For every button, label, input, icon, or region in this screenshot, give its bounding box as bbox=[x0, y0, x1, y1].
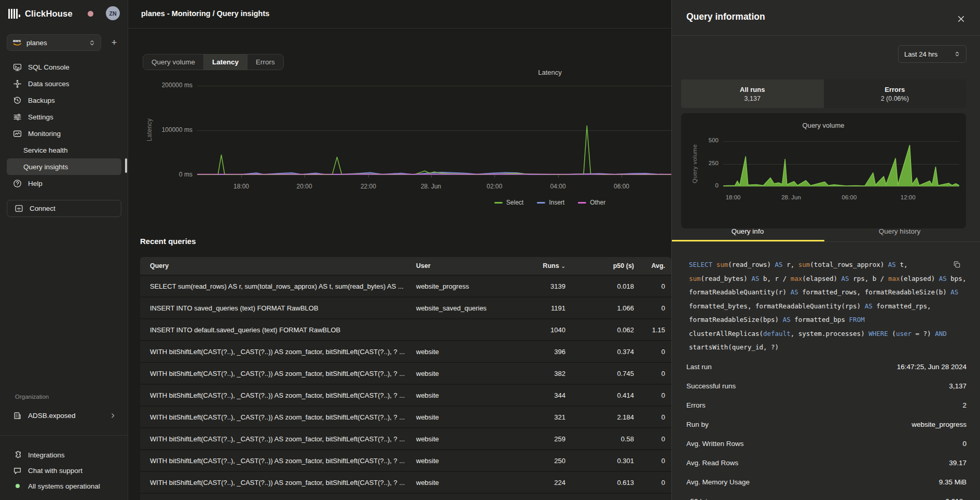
query-stats-list: Last run16:47:25, Jun 28 2024Successful … bbox=[686, 357, 967, 500]
query-cell: WITH bitShiftLeft(CAST(?..), _CAST(?..))… bbox=[140, 479, 416, 487]
sidebar-item-help[interactable]: Help bbox=[7, 175, 121, 192]
x-axis-tick-label: 22:00 bbox=[361, 183, 376, 190]
footer-item-chat-with-support[interactable]: Chat with support bbox=[7, 463, 121, 478]
column-header-p50-s[interactable]: p50 (s) bbox=[565, 262, 634, 269]
table-row[interactable]: WITH bitShiftLeft(CAST(?..), _CAST(?..))… bbox=[140, 406, 671, 427]
sql-token: startsWith(query_id, ?) bbox=[689, 343, 779, 351]
query-volume-plot-area[interactable] bbox=[723, 141, 959, 186]
monitoring-icon bbox=[13, 129, 22, 138]
sql-token: r, bbox=[783, 261, 798, 268]
sidebar-nav: SQL ConsoleData sourcesBackupsSettingsMo… bbox=[7, 59, 121, 192]
stat-value: 0 bbox=[962, 440, 967, 448]
table-row[interactable]: WITH bitShiftLeft(CAST(?..), _CAST(?..))… bbox=[140, 449, 671, 471]
sidebar-scrollbar[interactable] bbox=[125, 158, 127, 173]
sidebar-item-service-health[interactable]: Service health bbox=[7, 142, 121, 158]
summary-tab-all-runs[interactable]: All runs3,137 bbox=[681, 79, 824, 108]
sql-token: max bbox=[791, 275, 803, 282]
x-axis-tick-mark bbox=[305, 175, 305, 178]
stat-row-last-run: Last run16:47:25, Jun 28 2024 bbox=[686, 357, 967, 376]
sidebar-item-label: Settings bbox=[28, 113, 53, 121]
active-tab-underline bbox=[672, 240, 824, 241]
column-header-user[interactable]: User bbox=[416, 262, 520, 269]
y-axis-tick-label: 500 bbox=[698, 137, 719, 143]
x-axis-tick-mark bbox=[622, 175, 622, 178]
copy-icon[interactable] bbox=[953, 260, 962, 269]
sidebar-item-label: Query insights bbox=[23, 163, 68, 171]
sidebar-item-monitoring[interactable]: Monitoring bbox=[7, 125, 121, 142]
sql-token: AND bbox=[935, 330, 947, 337]
main-content: planes - Monitoring / Query insights Que… bbox=[128, 0, 671, 500]
sql-token: SELECT bbox=[689, 261, 716, 268]
table-row[interactable]: WITH bitShiftLeft(CAST(?..), _CAST(?..))… bbox=[140, 384, 671, 406]
table-row[interactable]: WITH bitShiftLeft(CAST(?..), _CAST(?..))… bbox=[140, 427, 671, 449]
column-header-query[interactable]: Query bbox=[140, 262, 416, 269]
table-row[interactable]: INSERT INTO saved_queries (text) FORMAT … bbox=[140, 296, 671, 318]
runs-cell: 344 bbox=[520, 391, 565, 399]
sql-token: WHERE bbox=[868, 330, 888, 337]
summary-tab-value: 2 (0.06%) bbox=[881, 95, 909, 102]
legend-label: Other bbox=[590, 199, 605, 206]
time-range-select[interactable]: Last 24 hrs bbox=[898, 45, 967, 63]
stat-label: Errors bbox=[686, 401, 706, 409]
column-header-runs[interactable]: Runs⌄ bbox=[520, 262, 565, 269]
brand-row: ClickHouse bbox=[8, 6, 73, 21]
table-row[interactable]: WITH bitShiftLeft(CAST(?..), _CAST(?..))… bbox=[140, 471, 671, 493]
footer-item-integrations[interactable]: Integrations bbox=[7, 447, 121, 463]
legend-item-other[interactable]: Other bbox=[578, 199, 605, 206]
stat-row-avg-memory-usage: Avg. Memory Usage9.35 MiB bbox=[686, 472, 967, 492]
tab-query-info[interactable]: Query info bbox=[731, 227, 764, 235]
page-title: planes - Monitoring / Query insights bbox=[141, 9, 269, 18]
sidebar-item-sql-console[interactable]: SQL Console bbox=[7, 59, 121, 75]
sql-token: AS bbox=[888, 261, 896, 268]
footer-item-all-systems-operational[interactable]: All systems operational bbox=[7, 478, 121, 494]
sidebar-item-label: Service health bbox=[23, 146, 68, 154]
tab-query-history[interactable]: Query history bbox=[879, 227, 920, 235]
query-cell: INSERT INTO default.saved_queries (text)… bbox=[140, 326, 416, 334]
table-row[interactable]: WITH bitShiftLeft(CAST(?..), _CAST(?..))… bbox=[140, 362, 671, 384]
sidebar-item-label: Help bbox=[28, 180, 43, 187]
query-cell: SELECT sum(read_rows) AS r, sum(total_ro… bbox=[140, 282, 416, 290]
avg-cell: 1.15 bbox=[634, 326, 671, 334]
connect-button[interactable]: Connect bbox=[7, 200, 121, 217]
user-cell: website bbox=[416, 370, 520, 377]
query-cell: WITH bitShiftLeft(CAST(?..), _CAST(?..))… bbox=[140, 391, 416, 399]
table-row[interactable]: WITH bitShiftLeft(CAST(?..), _CAST(?..))… bbox=[140, 493, 671, 500]
sidebar-item-data-sources[interactable]: Data sources bbox=[7, 75, 121, 92]
p50-cell: 0.374 bbox=[565, 348, 634, 356]
footer-item-label: Integrations bbox=[28, 451, 65, 459]
close-icon[interactable] bbox=[957, 12, 969, 25]
notification-dot[interactable] bbox=[88, 11, 93, 17]
legend-item-insert[interactable]: Insert bbox=[537, 199, 564, 206]
column-header-avg[interactable]: Avg. bbox=[634, 262, 671, 269]
stat-label: Avg. Read Rows bbox=[686, 459, 738, 467]
y-axis-tick-label: 200000 ms bbox=[146, 82, 192, 89]
stat-label: p50 latency bbox=[686, 497, 722, 500]
runs-cell: 3139 bbox=[520, 282, 565, 290]
puzzle-icon bbox=[13, 451, 22, 460]
summary-tab-errors[interactable]: Errors2 (0.06%) bbox=[824, 79, 967, 108]
sidebar-item-backups[interactable]: Backups bbox=[7, 92, 121, 109]
sql-token: clusterAllReplicas( bbox=[689, 330, 763, 337]
avg-cell: 0 bbox=[634, 479, 671, 487]
sql-console-icon bbox=[13, 63, 22, 72]
chevron-right-icon bbox=[109, 412, 116, 419]
sql-query-text: SELECT sum(read_rows) AS r, sum(total_ro… bbox=[689, 258, 969, 355]
add-service-button[interactable]: + bbox=[107, 35, 121, 50]
sidebar-item-settings[interactable]: Settings bbox=[7, 109, 121, 125]
sort-caret-icon: ⌄ bbox=[561, 263, 565, 269]
p50-cell: 0.018 bbox=[565, 282, 634, 290]
table-row[interactable]: WITH bitShiftLeft(CAST(?..), _CAST(?..))… bbox=[140, 340, 671, 362]
aws-icon: aws bbox=[12, 39, 22, 46]
table-row[interactable]: SELECT sum(read_rows) AS r, sum(total_ro… bbox=[140, 275, 671, 296]
user-cell: website_saved_queries bbox=[416, 304, 520, 312]
query-info-tabs: Query infoQuery history bbox=[672, 223, 980, 242]
legend-item-select[interactable]: Select bbox=[494, 199, 523, 206]
latency-chart-title: Latency bbox=[538, 69, 562, 76]
service-selector[interactable]: aws planes bbox=[7, 34, 101, 51]
panel-divider bbox=[672, 35, 980, 36]
latency-plot-area[interactable] bbox=[197, 86, 671, 175]
sidebar-item-query-insights[interactable]: Query insights bbox=[7, 158, 121, 175]
user-avatar[interactable]: ZN bbox=[106, 6, 120, 20]
table-row[interactable]: INSERT INTO default.saved_queries (text)… bbox=[140, 318, 671, 340]
organization-switcher[interactable]: ADSB.exposed bbox=[7, 407, 121, 424]
